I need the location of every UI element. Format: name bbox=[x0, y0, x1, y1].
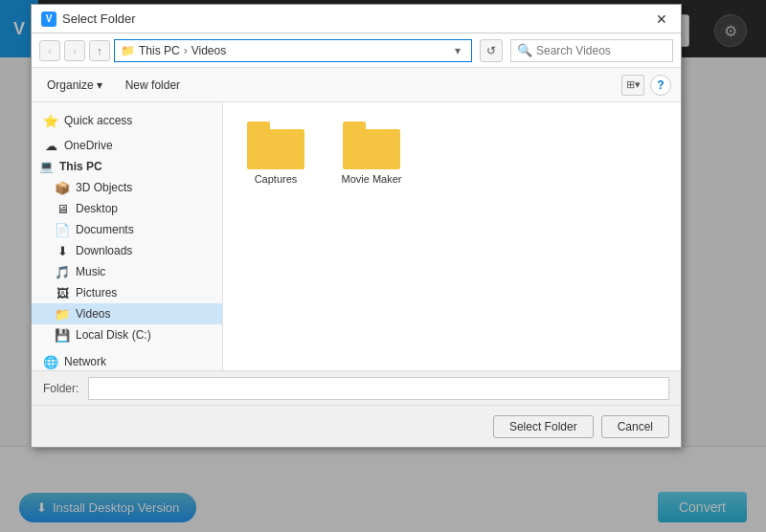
forward-button[interactable]: › bbox=[64, 40, 85, 61]
path-dropdown-icon[interactable]: ▾ bbox=[450, 43, 465, 58]
disk-icon: 💾 bbox=[55, 327, 70, 343]
videos-label: Videos bbox=[76, 307, 110, 321]
view-arrow-icon: ▾ bbox=[635, 78, 641, 91]
network-icon: 🌐 bbox=[43, 354, 58, 369]
quick-access-label: Quick access bbox=[64, 114, 132, 127]
documents-label: Documents bbox=[76, 223, 134, 236]
path-sep1: › bbox=[184, 44, 188, 57]
pictures-label: Pictures bbox=[76, 286, 117, 299]
nav-sidebar: ⭐ Quick access ☁ OneDrive 💻 This PC 📦 3D… bbox=[32, 102, 223, 370]
computer-icon: 💻 bbox=[39, 160, 54, 173]
folder-captures-label: Captures bbox=[255, 173, 298, 185]
downloads-label: Downloads bbox=[76, 244, 132, 257]
address-path[interactable]: 📁 This PC › Videos ▾ bbox=[114, 39, 472, 62]
sidebar-item-local-disk[interactable]: 💾 Local Disk (C:) bbox=[32, 324, 222, 345]
path-videos: Videos bbox=[192, 44, 226, 57]
organize-button[interactable]: Organize ▾ bbox=[41, 76, 108, 95]
sidebar-item-documents[interactable]: 📄 Documents bbox=[32, 219, 222, 240]
folder-movie-maker[interactable]: Movie Maker bbox=[338, 122, 405, 185]
refresh-button[interactable]: ↺ bbox=[480, 39, 503, 62]
sidebar-item-quick-access[interactable]: ⭐ Quick access bbox=[32, 110, 222, 131]
onedrive-icon: ☁ bbox=[43, 138, 58, 153]
folder-movie-maker-body bbox=[343, 129, 400, 169]
path-this-pc: This PC bbox=[139, 44, 180, 57]
dialog-content: ⭐ Quick access ☁ OneDrive 💻 This PC 📦 3D… bbox=[32, 102, 681, 370]
dialog-title-text: Select Folder bbox=[62, 11, 136, 26]
close-button[interactable]: ✕ bbox=[652, 10, 671, 29]
sidebar-item-desktop[interactable]: 🖥 Desktop bbox=[32, 198, 222, 219]
pictures-icon: 🖼 bbox=[55, 285, 70, 300]
dialog-title-left: V Select Folder bbox=[41, 11, 136, 27]
organize-arrow-icon: ▾ bbox=[97, 78, 102, 92]
desktop-label: Desktop bbox=[76, 202, 118, 215]
folder-movie-maker-label: Movie Maker bbox=[342, 173, 402, 185]
path-icon: 📁 bbox=[121, 44, 135, 57]
dialog-buttons: Select Folder Cancel bbox=[32, 405, 681, 447]
onedrive-label: OneDrive bbox=[64, 139, 113, 152]
search-box-icon: 🔍 bbox=[517, 43, 532, 57]
star-icon: ⭐ bbox=[43, 113, 58, 128]
videos-icon: 📁 bbox=[55, 306, 70, 321]
address-bar: ‹ › ↑ 📁 This PC › Videos ▾ ↺ 🔍 bbox=[32, 33, 681, 68]
back-button[interactable]: ‹ bbox=[39, 40, 60, 61]
dialog-titlebar: V Select Folder ✕ bbox=[32, 5, 681, 33]
view-icon: ⊞ bbox=[626, 78, 635, 91]
music-label: Music bbox=[76, 265, 105, 278]
folder-captures[interactable]: Captures bbox=[242, 122, 309, 185]
local-disk-label: Local Disk (C:) bbox=[76, 328, 151, 342]
downloads-icon: ⬇ bbox=[55, 243, 70, 258]
folder-movie-maker-icon bbox=[343, 122, 400, 169]
sidebar-item-3dobjects[interactable]: 📦 3D Objects bbox=[32, 177, 222, 198]
folder-path-bar: Folder: bbox=[32, 370, 681, 405]
desktop-icon: 🖥 bbox=[55, 201, 70, 216]
folder-path-label: Folder: bbox=[43, 382, 79, 395]
3dobjects-icon: 📦 bbox=[55, 180, 70, 195]
network-label: Network bbox=[64, 355, 106, 368]
help-button[interactable]: ? bbox=[650, 75, 671, 96]
sidebar-item-network[interactable]: 🌐 Network bbox=[32, 351, 222, 370]
select-folder-dialog: V Select Folder ✕ ‹ › ↑ 📁 This PC › Vide… bbox=[31, 4, 682, 448]
3dobjects-label: 3D Objects bbox=[76, 181, 132, 194]
documents-icon: 📄 bbox=[55, 222, 70, 237]
toolbar-right: ⊞ ▾ ? bbox=[621, 75, 671, 96]
sidebar-item-videos[interactable]: 📁 Videos bbox=[32, 303, 222, 324]
dialog-toolbar: Organize ▾ New folder ⊞ ▾ ? bbox=[32, 68, 681, 102]
search-box[interactable]: 🔍 bbox=[510, 39, 673, 62]
folder-path-input[interactable] bbox=[88, 377, 669, 400]
quick-access-section: ⭐ Quick access bbox=[32, 110, 222, 131]
search-input[interactable] bbox=[536, 44, 666, 57]
organize-label: Organize bbox=[47, 78, 94, 92]
file-area: Captures Movie Maker bbox=[223, 102, 681, 370]
cancel-button[interactable]: Cancel bbox=[601, 415, 669, 438]
sidebar-item-onedrive[interactable]: ☁ OneDrive bbox=[32, 135, 222, 156]
folder-captures-icon bbox=[247, 122, 304, 169]
this-pc-label: This PC bbox=[59, 160, 102, 173]
sidebar-item-downloads[interactable]: ⬇ Downloads bbox=[32, 240, 222, 261]
view-options-button[interactable]: ⊞ ▾ bbox=[621, 75, 644, 96]
music-icon: 🎵 bbox=[55, 264, 70, 279]
dialog-title-icon: V bbox=[41, 11, 56, 27]
sidebar-item-music[interactable]: 🎵 Music bbox=[32, 261, 222, 282]
sidebar-item-pictures[interactable]: 🖼 Pictures bbox=[32, 282, 222, 303]
new-folder-button[interactable]: New folder bbox=[118, 76, 188, 95]
this-pc-section[interactable]: 💻 This PC bbox=[32, 156, 222, 177]
up-button[interactable]: ↑ bbox=[89, 40, 110, 61]
select-folder-button[interactable]: Select Folder bbox=[493, 415, 594, 438]
folder-captures-body bbox=[247, 129, 304, 169]
